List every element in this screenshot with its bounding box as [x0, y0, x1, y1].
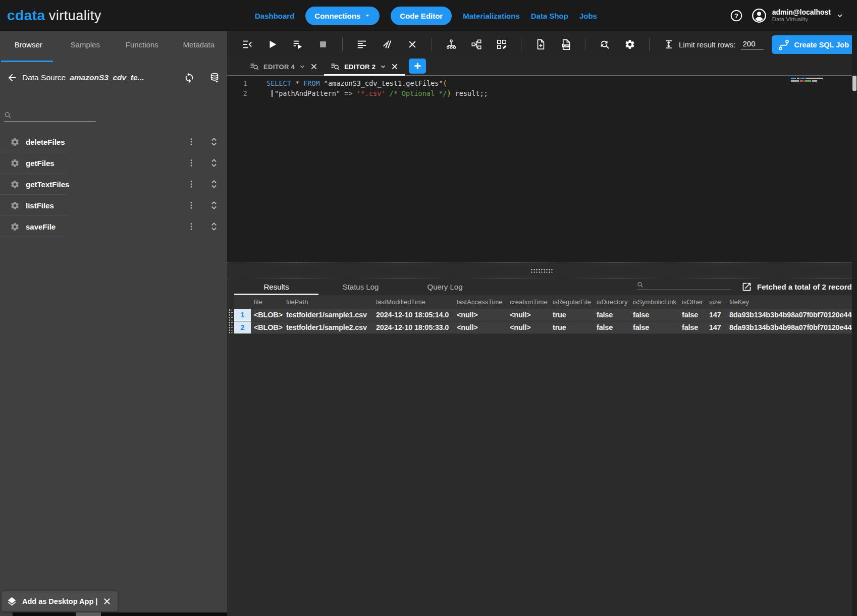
app-logo[interactable]: cdata virtuality: [7, 8, 101, 24]
nav-materializations[interactable]: Materializations: [463, 12, 520, 20]
editor-tab-4[interactable]: EDITOR 4: [243, 58, 324, 75]
format-sql-icon[interactable]: [356, 38, 368, 50]
clear-editor-icon[interactable]: [406, 38, 418, 50]
cell-fileKey: 8da93b134b3b4b98a07f0bf70120e445: [726, 323, 857, 331]
back-arrow-icon[interactable]: [5, 71, 19, 85]
execute-statement-icon[interactable]: [241, 38, 253, 50]
limit-rows-label: Limit result rows:: [679, 40, 736, 49]
user-menu[interactable]: admin@localhost Data Virtuality: [751, 8, 844, 24]
list-item-getFiles[interactable]: getFiles: [0, 152, 227, 174]
results-resize-grip[interactable]: [228, 309, 233, 334]
create-sql-job-button[interactable]: Create SQL Job: [772, 35, 857, 54]
nav-code-editor[interactable]: Code Editor: [391, 7, 452, 25]
add-desktop-app-banner[interactable]: Add as Desktop App |: [2, 591, 118, 611]
tab-status-log[interactable]: Status Log: [318, 278, 403, 295]
close-icon[interactable]: [102, 597, 112, 606]
active-tab-underline: [1, 61, 53, 62]
kebab-menu-icon[interactable]: [187, 178, 196, 190]
col-header[interactable]: isRegularFile: [550, 298, 594, 306]
toggle-comment-icon[interactable]: [381, 38, 393, 50]
settings-icon[interactable]: [624, 38, 636, 50]
gear-icon: [10, 222, 20, 232]
row-number[interactable]: 1: [234, 309, 251, 321]
tab-browser[interactable]: Browser: [0, 40, 57, 49]
nav-dashboard[interactable]: Dashboard: [255, 12, 294, 20]
col-header[interactable]: isDirectory: [594, 298, 630, 306]
database-sync-icon[interactable]: [209, 72, 220, 83]
table-row[interactable]: 1 <BLOB> testfolder1/sample1.csv 2024-12…: [234, 309, 857, 321]
add-desktop-app-label: Add as Desktop App |: [22, 597, 97, 605]
page-vscrollbar[interactable]: [852, 31, 857, 616]
data-lineage-icon[interactable]: [470, 38, 483, 50]
export-csv-icon[interactable]: CSV: [560, 38, 572, 50]
tab-samples[interactable]: Samples: [57, 40, 114, 49]
new-file-icon[interactable]: [534, 38, 547, 50]
unfold-icon[interactable]: [209, 157, 219, 169]
kebab-menu-icon[interactable]: [187, 157, 196, 169]
edit-blocks-icon[interactable]: [496, 38, 508, 50]
unfold-icon[interactable]: [209, 220, 219, 233]
run-query-icon[interactable]: [266, 38, 279, 50]
code-editor[interactable]: 1 SELECT * FROM "amazonS3_cdv_test1.getF…: [227, 76, 857, 262]
run-script-icon[interactable]: [292, 38, 304, 50]
help-icon[interactable]: ?: [730, 9, 743, 22]
tab-functions[interactable]: Functions: [114, 40, 171, 49]
toolbar-separator: [521, 38, 521, 51]
cell-isOther: false: [679, 311, 706, 319]
list-item-saveFile[interactable]: saveFile: [0, 216, 227, 237]
table-row[interactable]: 2 <BLOB> testfolder1/sample2.csv 2024-12…: [234, 321, 857, 334]
nav-connections[interactable]: Connections: [305, 7, 380, 25]
unfold-icon[interactable]: [209, 178, 219, 190]
tab-metadata[interactable]: Metadata: [171, 40, 228, 49]
sidebar-hscrollbar[interactable]: [13, 612, 227, 616]
tab-query-log[interactable]: Query Log: [403, 278, 487, 295]
col-header[interactable]: lastModifiedTime: [373, 298, 454, 306]
chevron-down-icon[interactable]: [380, 63, 387, 70]
panel-splitter[interactable]: [227, 262, 857, 278]
code-minimap[interactable]: [791, 78, 824, 83]
cell-isSymbolicLink: false: [630, 323, 679, 331]
refresh-results-icon[interactable]: [599, 38, 611, 50]
col-header[interactable]: creationTime: [507, 298, 550, 306]
editor-tab-2[interactable]: EDITOR 2: [324, 58, 405, 75]
procedure-list: deleteFiles getFiles getTextFiles listFi…: [0, 131, 227, 237]
list-item-listFiles[interactable]: listFiles: [0, 195, 227, 216]
row-number[interactable]: 2: [234, 321, 251, 333]
col-header[interactable]: fileKey: [726, 298, 857, 306]
close-tab-icon[interactable]: [310, 63, 318, 71]
stop-icon[interactable]: [317, 38, 329, 50]
chevron-down-icon: [836, 12, 844, 20]
kebab-menu-icon[interactable]: [187, 136, 196, 148]
limit-rows-input[interactable]: 200: [741, 39, 764, 50]
kebab-menu-icon[interactable]: [187, 199, 196, 211]
dependency-tree-icon[interactable]: [445, 38, 457, 50]
col-header[interactable]: isSymbolicLink: [630, 298, 679, 306]
new-editor-tab-button[interactable]: +: [409, 59, 426, 74]
list-item-deleteFiles[interactable]: deleteFiles: [0, 131, 227, 152]
open-in-new-icon[interactable]: [741, 282, 752, 292]
unfold-icon[interactable]: [209, 136, 219, 148]
cell-creationTime: <null>: [507, 311, 550, 319]
nav-data-shop[interactable]: Data Shop: [531, 12, 568, 20]
refresh-icon[interactable]: [184, 72, 195, 83]
nav-jobs[interactable]: Jobs: [579, 12, 597, 20]
list-item-getTextFiles[interactable]: getTextFiles: [0, 174, 227, 195]
page-vscrollbar-thumb[interactable]: [852, 76, 856, 91]
unfold-icon[interactable]: [209, 199, 219, 211]
results-search-input[interactable]: [647, 281, 726, 288]
row-limit-control: Limit result rows: 200: [664, 39, 764, 50]
kebab-menu-icon[interactable]: [187, 220, 196, 233]
col-header[interactable]: filePath: [283, 298, 373, 306]
col-header[interactable]: isOther: [679, 298, 706, 306]
cell-file: <BLOB>: [251, 323, 283, 331]
sidebar-search-input[interactable]: [15, 111, 90, 119]
splitter-grip[interactable]: [530, 268, 554, 273]
tab-results[interactable]: Results: [234, 278, 318, 295]
nav-connections-label: Connections: [314, 12, 360, 20]
col-header[interactable]: lastAccessTime: [454, 298, 507, 306]
sidebar-hscrollbar-thumb[interactable]: [76, 612, 101, 616]
chevron-down-icon[interactable]: [299, 63, 306, 70]
col-header[interactable]: size: [706, 298, 726, 306]
col-header[interactable]: file: [251, 298, 283, 306]
close-tab-icon[interactable]: [391, 63, 399, 71]
